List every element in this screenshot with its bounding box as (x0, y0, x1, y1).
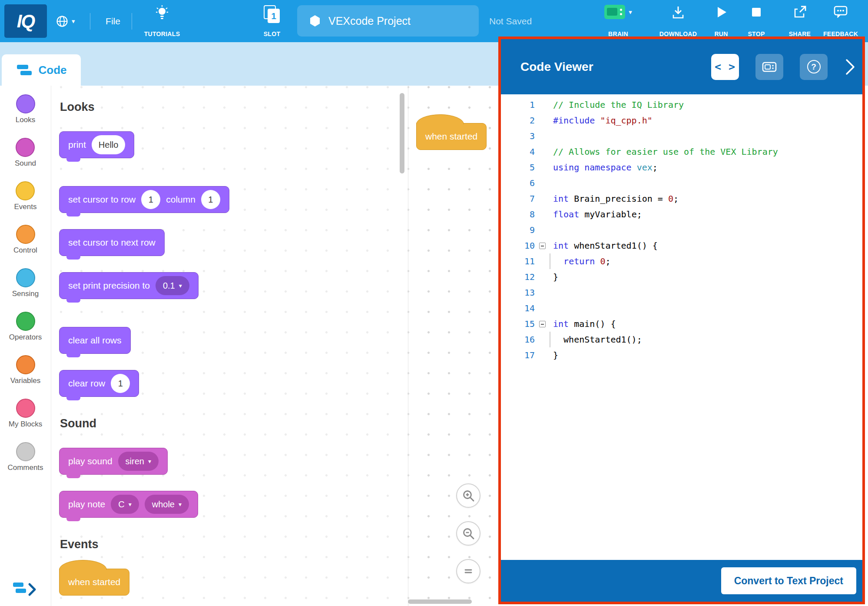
category-comments[interactable]: Comments (7, 442, 43, 472)
canvas-scrollbar-horizontal[interactable] (408, 599, 472, 604)
block-label: set cursor to row (68, 194, 136, 205)
code-line: 1// Include the IQ Library (501, 97, 862, 113)
language-menu[interactable]: ▾ (56, 0, 75, 42)
code-viewer-title: Code Viewer (520, 60, 711, 74)
code-line: 17} (501, 347, 862, 363)
download-button[interactable]: DOWNLOAD (654, 5, 702, 40)
convert-to-text-button[interactable]: Convert to Text Project (721, 567, 856, 594)
category-operators[interactable]: Operators (9, 312, 42, 342)
fold-gutter (535, 97, 550, 113)
tab-code[interactable]: Code (2, 54, 81, 86)
block-clear-all-rows[interactable]: clear all rows (59, 327, 131, 354)
hexagon-icon (308, 14, 321, 27)
line-number: 13 (501, 285, 535, 300)
category-my-blocks[interactable]: My Blocks (9, 399, 42, 429)
block-palette[interactable]: LooksprintHelloset cursor to row1column1… (51, 86, 408, 606)
block-label: when started (68, 577, 120, 587)
stop-label: STOP (748, 30, 765, 37)
line-number: 10 (501, 238, 535, 253)
dropdown-value: siren (126, 456, 144, 466)
dropdown-select[interactable]: C▾ (111, 495, 139, 514)
palette-toggle-button[interactable] (13, 582, 38, 599)
category-looks[interactable]: Looks (16, 94, 35, 124)
file-menu[interactable]: File (96, 0, 129, 42)
value-input[interactable]: 1 (111, 374, 130, 393)
fold-gutter (535, 347, 550, 363)
category-sensing[interactable]: Sensing (12, 268, 39, 298)
category-events[interactable]: Events (14, 181, 37, 211)
category-label: Looks (16, 116, 35, 124)
block-clear-row[interactable]: clear row1 (59, 370, 139, 397)
value-input[interactable]: 1 (201, 190, 220, 209)
zoom-reset-button[interactable] (456, 559, 480, 583)
code-line: 5using namespace vex; (501, 160, 862, 175)
palette-scrollbar[interactable] (400, 93, 404, 173)
vexcode-window: IQ ▾ File TUTORIALS (0, 0, 868, 606)
fold-gutter (535, 332, 550, 347)
hat-dome (59, 560, 107, 570)
block-play-sound[interactable]: play soundsiren▾ (59, 448, 168, 475)
value-input[interactable]: Hello (92, 135, 126, 154)
category-label: Sound (15, 159, 36, 168)
code-view-toggle-button[interactable]: < > (711, 54, 739, 80)
block-play-note[interactable]: play noteC▾whole▾ (59, 491, 198, 518)
when-started-block[interactable]: when started (416, 123, 487, 150)
feedback-button[interactable]: FEEDBACK (817, 5, 865, 40)
zoom-out-button[interactable] (456, 521, 480, 546)
block-print[interactable]: printHello (59, 131, 134, 158)
code-viewer-panel: Code Viewer < > ? (501, 39, 862, 602)
line-number: 14 (501, 300, 535, 316)
category-sound[interactable]: Sound (15, 138, 36, 168)
code-editor[interactable]: 1// Include the IQ Library2#include "iq_… (501, 94, 862, 560)
code-line: 3 (501, 128, 862, 144)
code-text: using namespace vex; (550, 160, 658, 175)
code-line: 4// Allows for easier use of the VEX Lib… (501, 144, 862, 160)
code-line: 6 (501, 175, 862, 191)
block-set-cursor-to-next-row[interactable]: set cursor to next row (59, 229, 165, 256)
dropdown-select[interactable]: siren▾ (118, 452, 159, 471)
category-control[interactable]: Control (13, 225, 37, 255)
collapse-panel-button[interactable] (845, 58, 855, 76)
download-label: DOWNLOAD (659, 30, 697, 37)
code-text: whenStarted1(); (550, 332, 642, 347)
category-circle-icon (16, 312, 35, 331)
dropdown-value: C (118, 499, 124, 509)
code-text: float myVariable; (550, 206, 642, 222)
dropdown-select[interactable]: whole▾ (145, 495, 189, 514)
fold-gutter (535, 300, 550, 316)
fold-gutter (535, 191, 550, 206)
line-number: 5 (501, 160, 535, 175)
category-variables[interactable]: Variables (10, 355, 41, 385)
caret-down-icon: ▾ (629, 9, 632, 15)
category-label: My Blocks (9, 420, 42, 429)
fold-toggle-icon[interactable] (535, 316, 550, 332)
brain-view-button[interactable] (755, 54, 783, 80)
project-title-button[interactable]: VEXcode Project (297, 5, 479, 37)
code-lines: 1// Include the IQ Library2#include "iq_… (501, 97, 862, 363)
zoom-in-button[interactable] (456, 483, 480, 508)
category-label: Operators (9, 333, 42, 342)
fold-gutter (535, 128, 550, 144)
code-line: 2#include "iq_cpp.h" (501, 113, 862, 128)
block-label: clear all rows (68, 335, 122, 346)
slot-button[interactable]: 1 SLOT (248, 5, 296, 40)
hat-block-when-started[interactable]: when started (59, 569, 129, 596)
block-set-cursor-to-row[interactable]: set cursor to row1column1 (59, 186, 229, 213)
fold-toggle-icon[interactable] (535, 238, 550, 253)
tutorials-label: TUTORIALS (144, 30, 180, 37)
category-label: Sensing (12, 290, 39, 298)
block-set-print-precision-to[interactable]: set print precision to0.1▾ (59, 272, 199, 299)
value-input[interactable]: 1 (141, 190, 160, 209)
code-text: } (550, 269, 558, 285)
blocks-arrow-icon (13, 582, 38, 597)
block-label: set print precision to (68, 280, 150, 291)
palette-section-title: Events (60, 538, 389, 551)
fold-gutter (535, 269, 550, 285)
code-line: 12} (501, 269, 862, 285)
brain-screen-icon (762, 61, 777, 73)
tutorials-button[interactable]: TUTORIALS (138, 5, 186, 40)
dropdown-select[interactable]: 0.1▾ (156, 276, 189, 295)
stop-button[interactable]: STOP (732, 5, 780, 40)
help-button[interactable]: ? (800, 54, 828, 80)
brain-button[interactable]: ▾ BRAIN (592, 5, 644, 40)
